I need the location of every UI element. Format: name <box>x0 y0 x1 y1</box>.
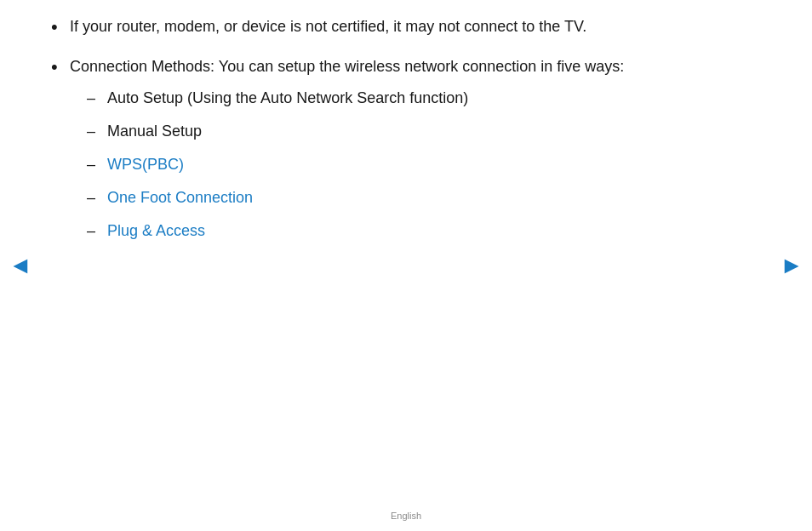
auto-setup-label: Auto Setup (Using the Auto Network Searc… <box>107 87 761 110</box>
list-item: – Plug & Access <box>70 220 761 243</box>
wps-link[interactable]: WPS(PBC) <box>107 153 761 176</box>
bullet-dot: • <box>51 15 70 40</box>
sub-list: – Auto Setup (Using the Auto Network Sea… <box>70 87 761 243</box>
bullet-dot: • <box>51 55 70 80</box>
list-item: – WPS(PBC) <box>70 153 761 176</box>
list-item: – Manual Setup <box>70 120 761 143</box>
list-item: • Connection Methods: You can setup the … <box>51 55 761 253</box>
dash: – <box>87 220 107 243</box>
prev-page-button[interactable]: ◄ <box>9 252 32 279</box>
one-foot-connection-anchor[interactable]: One Foot Connection <box>107 189 253 206</box>
footer-language: English <box>391 511 421 521</box>
dash: – <box>87 120 107 143</box>
plug-access-anchor[interactable]: Plug & Access <box>107 222 205 239</box>
one-foot-connection-link[interactable]: One Foot Connection <box>107 186 761 209</box>
dash: – <box>87 186 107 209</box>
list-item: – One Foot Connection <box>70 186 761 209</box>
list-item: • If your router, modem, or device is no… <box>51 15 761 40</box>
plug-access-link[interactable]: Plug & Access <box>107 220 761 243</box>
bullet-text-1: If your router, modem, or device is not … <box>70 15 761 38</box>
main-content: • If your router, modem, or device is no… <box>51 0 761 497</box>
next-page-button[interactable]: ► <box>780 252 803 279</box>
bullet-list: • If your router, modem, or device is no… <box>51 15 761 268</box>
bullet-text-2: Connection Methods: You can setup the wi… <box>70 55 761 253</box>
dash: – <box>87 153 107 176</box>
connection-methods-intro: Connection Methods: You can setup the wi… <box>70 58 624 75</box>
wps-pbc-link[interactable]: WPS(PBC) <box>107 156 184 173</box>
dash: – <box>87 87 107 110</box>
list-item: – Auto Setup (Using the Auto Network Sea… <box>70 87 761 110</box>
manual-setup-label: Manual Setup <box>107 120 761 143</box>
